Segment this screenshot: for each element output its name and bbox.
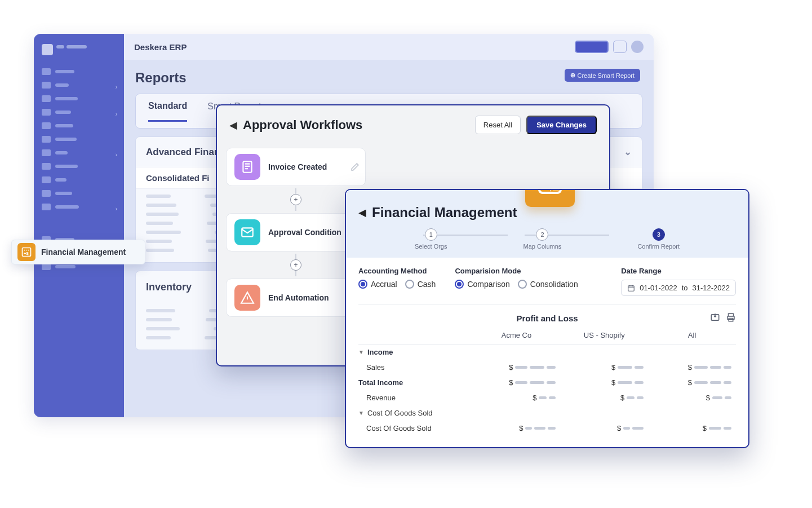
back-icon[interactable]: ◀ [229, 119, 237, 131]
profit-loss-table: Acme Co US - Shopify All ▼Income Sales $… [358, 326, 736, 436]
step-select-orgs[interactable]: 1 Select Orgs [415, 228, 447, 250]
topbar-button[interactable] [575, 41, 609, 53]
caret-down-icon[interactable]: ▼ [358, 349, 364, 355]
chevron-right-icon: › [116, 206, 117, 212]
sidebar-item[interactable]: › [34, 78, 124, 92]
sidebar-item[interactable] [34, 65, 124, 78]
save-changes-button[interactable]: Save Changes [526, 116, 597, 134]
export-icon[interactable] [710, 312, 720, 323]
sidebar-item[interactable] [34, 187, 124, 200]
add-step-button[interactable]: + [290, 194, 301, 205]
step-map-columns[interactable]: 2 Map Columns [523, 228, 562, 250]
caret-down-icon[interactable]: ▼ [358, 410, 364, 416]
step-label: Invoice Created [268, 162, 327, 171]
financial-calculator-icon: +$_ [17, 243, 36, 261]
step-label: Approval Condition [268, 228, 341, 237]
chevron-down-icon[interactable]: ⌄ [624, 146, 632, 158]
workflow-step-invoice-created[interactable]: Invoice Created [226, 148, 366, 186]
sidebar-item[interactable] [34, 132, 124, 146]
column-header: All [648, 331, 736, 339]
section-title: Advanced Finan [146, 147, 220, 158]
date-range-picker[interactable]: 01-01-2022 to 31-12-2022 [621, 280, 736, 296]
top-bar: Deskera ERP [124, 34, 654, 60]
app-title: Deskera ERP [134, 42, 187, 52]
tab-standard[interactable]: Standard [148, 101, 187, 122]
back-icon[interactable]: ◀ [358, 206, 366, 219]
avatar[interactable] [631, 41, 644, 53]
chevron-right-icon: › [116, 84, 117, 90]
radio-cash[interactable]: Cash [405, 280, 436, 289]
warning-icon [234, 285, 260, 311]
sidebar-item[interactable]: › [34, 200, 124, 214]
mail-icon [234, 219, 260, 245]
chevron-right-icon: › [116, 152, 117, 158]
accounting-method-group: Accounting Method Accrual Cash [358, 267, 436, 289]
logo-icon [42, 44, 53, 55]
sidebar-item[interactable] [34, 173, 124, 187]
svg-text:+$_: +$_ [24, 251, 32, 256]
create-smart-report-button[interactable]: ⊕ Create Smart Report [565, 69, 640, 82]
chevron-right-icon: › [116, 111, 117, 117]
panel-title: Approval Workflows [243, 118, 362, 132]
column-header: US - Shopify [560, 331, 648, 339]
column-header: Acme Co [473, 331, 561, 339]
comparison-mode-group: Comparision Mode Comparison Consolidatio… [455, 267, 578, 289]
svg-rect-12 [628, 285, 634, 290]
logo-bar [66, 45, 87, 48]
reset-all-button[interactable]: Reset All [475, 116, 521, 134]
print-icon[interactable] [726, 312, 736, 323]
invoice-icon [234, 154, 260, 180]
report-title: Profit and Loss [516, 313, 578, 323]
financial-management-panel: +$_ ◀ Financial Management 1 Select Orgs… [345, 189, 749, 448]
step-confirm-report[interactable]: 3 Confirm Report [637, 228, 680, 250]
calendar-icon [627, 284, 635, 292]
radio-comparison[interactable]: Comparison [455, 280, 509, 289]
svg-text:+$_: +$_ [542, 189, 560, 192]
app-sidebar: › › › › [34, 34, 124, 417]
callout-label: Financial Management [41, 248, 126, 257]
sidebar-item[interactable] [34, 92, 124, 105]
panel-title: Financial Management [372, 205, 517, 220]
sidebar-item[interactable] [34, 160, 124, 173]
sidebar-item[interactable] [34, 119, 124, 132]
add-step-button[interactable]: + [290, 259, 301, 271]
sidebar-item[interactable]: › [34, 146, 124, 160]
radio-consolidation[interactable]: Consolidation [518, 280, 578, 289]
date-range-group: Date Range 01-01-2022 to 31-12-2022 [621, 267, 736, 296]
topbar-icon-button[interactable] [613, 41, 627, 53]
plus-icon: ⊕ [570, 72, 575, 79]
logo-bar [56, 45, 64, 48]
financial-calculator-icon: +$_ [525, 189, 575, 207]
edit-icon[interactable] [350, 162, 360, 171]
step-label: End Automation [268, 293, 329, 302]
sidebar-callout-financial-management[interactable]: +$_ Financial Management [11, 240, 145, 264]
stepper: 1 Select Orgs 2 Map Columns 3 Confirm Re… [358, 228, 736, 250]
radio-accrual[interactable]: Accrual [358, 280, 397, 289]
sidebar-item[interactable]: › [34, 105, 124, 119]
